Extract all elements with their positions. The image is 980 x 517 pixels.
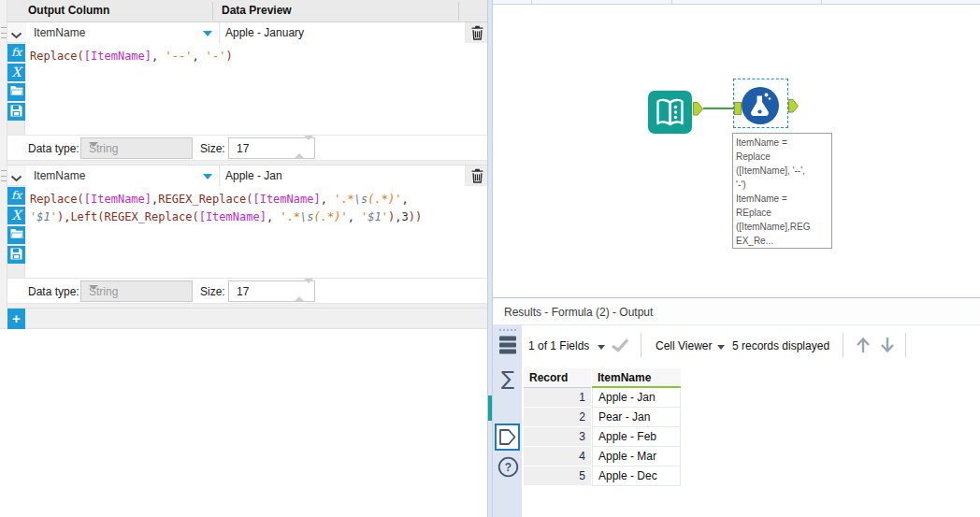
results-panel: Results - Formula (2) - Output ∑ bbox=[493, 297, 980, 517]
workflow-canvas[interactable]: ItemName = Replace ([ItemName], '--', '-… bbox=[493, 5, 980, 297]
data-view-icon[interactable] bbox=[497, 335, 519, 359]
size-spinner[interactable]: 17 bbox=[228, 280, 315, 302]
connection-view-selected[interactable] bbox=[495, 424, 520, 451]
output-column-select[interactable]: ItemName bbox=[26, 22, 220, 43]
chevron-down-icon bbox=[203, 31, 212, 36]
metadata-view-icon[interactable]: ∑ bbox=[497, 366, 519, 391]
formula-editor-2: fx X Replace([ItemName],REGEX_Replace([I… bbox=[7, 186, 487, 279]
variables-icon[interactable]: X bbox=[7, 207, 25, 224]
delete-formula-button[interactable] bbox=[466, 22, 487, 43]
collapse-chevron-icon[interactable] bbox=[10, 29, 22, 42]
functions-icon[interactable]: fx bbox=[7, 187, 25, 205]
data-preview-value: Apple - January bbox=[221, 22, 466, 43]
arrow-up-icon[interactable] bbox=[855, 336, 872, 357]
arrow-down-icon[interactable] bbox=[879, 336, 896, 357]
column-headers: Output Column Data Preview bbox=[7, 0, 487, 22]
output-column-select[interactable]: ItemName bbox=[26, 165, 220, 186]
output-anchor-icon[interactable] bbox=[693, 102, 703, 119]
connection-wire[interactable] bbox=[703, 108, 734, 109]
data-type-row-2: Data type: String Size: 17 bbox=[7, 279, 487, 304]
tool-annotation[interactable]: ItemName = Replace ([ItemName], '--', '-… bbox=[732, 133, 832, 249]
size-label: Size: bbox=[200, 142, 225, 155]
workspace-area: ItemName = Replace ([ItemName], '--', '-… bbox=[493, 0, 980, 517]
drag-handle[interactable] bbox=[1, 27, 7, 38]
data-preview-value: Apple - Jan bbox=[221, 165, 466, 186]
alteryx-designer-window: Output Column Data Preview ItemName Appl… bbox=[0, 0, 980, 517]
drag-handle[interactable] bbox=[1, 170, 7, 181]
trash-icon bbox=[470, 25, 484, 40]
table-header-row[interactable]: Record ItemName bbox=[524, 368, 681, 388]
formula-row-2: ItemName Apple - Jan bbox=[7, 165, 487, 186]
formula-expression[interactable]: Replace([ItemName], '--', '-') bbox=[30, 48, 479, 65]
collapse-chevron-icon[interactable] bbox=[10, 172, 22, 185]
size-spinner[interactable]: 17 bbox=[228, 137, 315, 159]
editor-toolbar: fx X bbox=[7, 43, 25, 135]
formula-config-panel: Output Column Data Preview ItemName Appl… bbox=[0, 0, 487, 517]
formula-row-1: ItemName Apple - January bbox=[7, 22, 487, 43]
size-label: Size: bbox=[200, 285, 225, 298]
text-input-tool[interactable] bbox=[648, 91, 692, 136]
data-type-select[interactable]: String bbox=[80, 280, 193, 302]
chevron-down-icon bbox=[89, 142, 98, 147]
functions-icon[interactable]: fx bbox=[7, 44, 25, 62]
records-displayed-label: 5 records displayed bbox=[732, 339, 829, 352]
data-preview-header: Data Preview bbox=[222, 4, 292, 17]
save-icon[interactable] bbox=[7, 103, 25, 121]
results-header[interactable]: Results - Formula (2) - Output bbox=[493, 298, 980, 325]
spinner-arrows-icon[interactable] bbox=[295, 283, 311, 299]
output-anchor-icon[interactable] bbox=[788, 99, 799, 116]
spinner-arrows-icon[interactable] bbox=[295, 140, 311, 156]
record-column-header: Record bbox=[524, 368, 591, 388]
variables-icon[interactable]: X bbox=[7, 64, 25, 81]
chevron-down-icon bbox=[203, 174, 212, 180]
results-title: Results - Formula (2) - Output bbox=[504, 306, 653, 319]
save-icon[interactable] bbox=[7, 246, 25, 264]
input-anchor-icon[interactable] bbox=[734, 102, 742, 118]
scrollbar-thumb[interactable] bbox=[488, 395, 492, 421]
table-row[interactable]: 5Apple - Dec bbox=[524, 467, 681, 486]
chevron-down-icon bbox=[89, 285, 98, 290]
data-type-select[interactable]: String bbox=[80, 137, 193, 159]
results-sidebar: ∑ ? bbox=[493, 325, 522, 517]
add-expression-button[interactable]: + bbox=[7, 309, 25, 329]
apply-check-icon[interactable] bbox=[611, 337, 629, 355]
open-folder-icon[interactable] bbox=[7, 226, 25, 244]
data-type-label: Data type: bbox=[28, 285, 79, 298]
table-row[interactable]: 2Pear - Jan bbox=[524, 408, 681, 427]
table-row[interactable]: 4Apple - Mar bbox=[524, 447, 681, 467]
editor-toolbar: fx X bbox=[7, 186, 25, 278]
results-toolbar: 1 of 1 Fields Cell Viewer 5 records disp… bbox=[522, 325, 980, 368]
delete-formula-button[interactable] bbox=[466, 165, 487, 186]
anchor-pentagon-icon bbox=[497, 425, 518, 449]
output-column-header: Output Column bbox=[28, 4, 109, 17]
data-type-row-1: Data type: String Size: 17 bbox=[7, 136, 487, 161]
svg-text:?: ? bbox=[504, 461, 511, 474]
chevron-down-icon[interactable] bbox=[717, 345, 725, 350]
open-folder-icon[interactable] bbox=[7, 83, 25, 101]
formula-expression[interactable]: Replace([ItemName],REGEX_Replace([ItemNa… bbox=[30, 191, 479, 226]
fields-dropdown[interactable]: 1 of 1 Fields bbox=[528, 339, 589, 352]
reorder-gutter bbox=[0, 0, 7, 329]
drag-dots-icon[interactable] bbox=[499, 329, 516, 331]
add-formula-row: + bbox=[0, 309, 487, 329]
cell-viewer-dropdown[interactable]: Cell Viewer bbox=[656, 339, 712, 352]
table-row[interactable]: 1Apple - Jan bbox=[524, 388, 681, 408]
help-icon[interactable]: ? bbox=[497, 456, 519, 481]
table-row[interactable]: 3Apple - Feb bbox=[524, 427, 681, 447]
data-type-label: Data type: bbox=[28, 142, 79, 155]
trash-icon bbox=[470, 168, 484, 183]
formula-editor-1: fx X Replace([ItemName], '--', '-') bbox=[7, 43, 487, 136]
itemname-column-header: ItemName bbox=[592, 368, 681, 388]
results-table-body: 1Apple - Jan2Pear - Jan3Apple - Feb4Appl… bbox=[524, 388, 681, 486]
formula-tool[interactable] bbox=[742, 87, 779, 127]
results-table: Record ItemName 1Apple - Jan2Pear - Jan3… bbox=[524, 368, 681, 486]
chevron-down-icon[interactable] bbox=[598, 345, 605, 350]
